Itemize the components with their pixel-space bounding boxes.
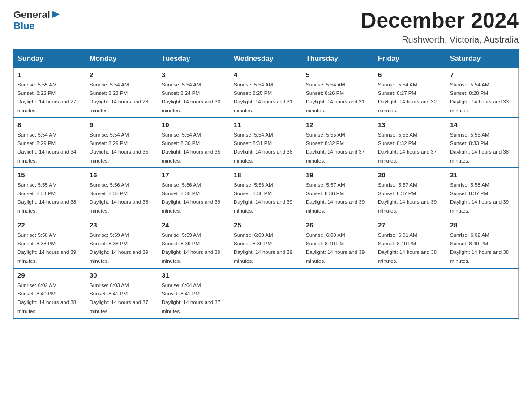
day-info: Sunrise: 5:55 AMSunset: 8:33 PMDaylight:… bbox=[450, 132, 509, 163]
day-info: Sunrise: 5:58 AMSunset: 8:38 PMDaylight:… bbox=[17, 232, 76, 264]
day-number: 8 bbox=[17, 121, 82, 128]
calendar-cell: 14 Sunrise: 5:55 AMSunset: 8:33 PMDaylig… bbox=[446, 118, 519, 168]
calendar-subtitle: Rushworth, Victoria, Australia bbox=[361, 34, 519, 45]
day-info: Sunrise: 5:54 AMSunset: 8:27 PMDaylight:… bbox=[378, 82, 437, 113]
day-number: 2 bbox=[90, 71, 154, 78]
calendar-cell: 5 Sunrise: 5:54 AMSunset: 8:26 PMDayligh… bbox=[302, 68, 374, 118]
day-info: Sunrise: 5:56 AMSunset: 8:36 PMDaylight:… bbox=[234, 182, 292, 214]
day-info: Sunrise: 5:54 AMSunset: 8:29 PMDaylight:… bbox=[17, 132, 76, 163]
day-info: Sunrise: 5:56 AMSunset: 8:35 PMDaylight:… bbox=[162, 182, 220, 214]
day-info: Sunrise: 6:02 AMSunset: 8:40 PMDaylight:… bbox=[450, 232, 509, 264]
day-info: Sunrise: 5:54 AMSunset: 8:30 PMDaylight:… bbox=[162, 132, 220, 163]
calendar-cell: 12 Sunrise: 5:55 AMSunset: 8:32 PMDaylig… bbox=[302, 118, 374, 168]
day-number: 22 bbox=[17, 221, 82, 229]
header-tuesday: Tuesday bbox=[158, 50, 230, 68]
day-info: Sunrise: 6:04 AMSunset: 8:41 PMDaylight:… bbox=[162, 283, 220, 314]
header-wednesday: Wednesday bbox=[230, 50, 302, 68]
day-number: 11 bbox=[234, 121, 298, 128]
day-number: 21 bbox=[450, 171, 515, 179]
calendar-cell: 28 Sunrise: 6:02 AMSunset: 8:40 PMDaylig… bbox=[446, 218, 519, 268]
calendar-cell: 13 Sunrise: 5:55 AMSunset: 8:32 PMDaylig… bbox=[374, 118, 446, 168]
day-number: 14 bbox=[450, 121, 515, 128]
calendar-cell: 31 Sunrise: 6:04 AMSunset: 8:41 PMDaylig… bbox=[158, 268, 230, 318]
week-row-4: 22 Sunrise: 5:58 AMSunset: 8:38 PMDaylig… bbox=[14, 218, 519, 268]
calendar-cell: 8 Sunrise: 5:54 AMSunset: 8:29 PMDayligh… bbox=[14, 118, 86, 168]
day-info: Sunrise: 6:00 AMSunset: 8:40 PMDaylight:… bbox=[306, 232, 365, 264]
calendar-cell: 2 Sunrise: 5:54 AMSunset: 8:23 PMDayligh… bbox=[86, 68, 158, 118]
calendar-cell: 20 Sunrise: 5:57 AMSunset: 8:37 PMDaylig… bbox=[374, 168, 446, 218]
day-info: Sunrise: 5:54 AMSunset: 8:25 PMDaylight:… bbox=[234, 82, 292, 113]
logo-general-text: General bbox=[13, 9, 50, 20]
calendar-cell: 29 Sunrise: 6:02 AMSunset: 8:40 PMDaylig… bbox=[14, 268, 86, 318]
day-info: Sunrise: 5:58 AMSunset: 8:37 PMDaylight:… bbox=[450, 182, 509, 214]
day-info: Sunrise: 5:54 AMSunset: 8:31 PMDaylight:… bbox=[234, 132, 292, 163]
week-row-5: 29 Sunrise: 6:02 AMSunset: 8:40 PMDaylig… bbox=[14, 268, 519, 318]
day-number: 27 bbox=[378, 221, 442, 229]
calendar-cell: 19 Sunrise: 5:57 AMSunset: 8:36 PMDaylig… bbox=[302, 168, 374, 218]
logo-arrow-icon bbox=[51, 10, 60, 19]
calendar-cell: 4 Sunrise: 5:54 AMSunset: 8:25 PMDayligh… bbox=[230, 68, 302, 118]
day-number: 13 bbox=[378, 121, 442, 128]
calendar-header-row: SundayMondayTuesdayWednesdayThursdayFrid… bbox=[14, 50, 519, 68]
day-number: 5 bbox=[306, 71, 370, 78]
calendar-title: December 2024 bbox=[361, 9, 519, 33]
calendar-cell: 22 Sunrise: 5:58 AMSunset: 8:38 PMDaylig… bbox=[14, 218, 86, 268]
header: General Blue December 2024 Rushworth, Vi… bbox=[13, 9, 519, 45]
calendar-cell bbox=[374, 268, 446, 318]
day-info: Sunrise: 5:54 AMSunset: 8:26 PMDaylight:… bbox=[306, 82, 365, 113]
day-number: 9 bbox=[90, 121, 154, 128]
day-info: Sunrise: 5:55 AMSunset: 8:32 PMDaylight:… bbox=[306, 132, 365, 163]
day-number: 15 bbox=[17, 171, 82, 179]
calendar-cell: 25 Sunrise: 6:00 AMSunset: 8:39 PMDaylig… bbox=[230, 218, 302, 268]
header-saturday: Saturday bbox=[446, 50, 519, 68]
calendar-cell: 23 Sunrise: 5:59 AMSunset: 8:38 PMDaylig… bbox=[86, 218, 158, 268]
day-number: 18 bbox=[234, 171, 298, 179]
week-row-3: 15 Sunrise: 5:55 AMSunset: 8:34 PMDaylig… bbox=[14, 168, 519, 218]
calendar-cell bbox=[230, 268, 302, 318]
day-number: 20 bbox=[378, 171, 442, 179]
week-row-1: 1 Sunrise: 5:55 AMSunset: 8:22 PMDayligh… bbox=[14, 68, 519, 118]
week-row-2: 8 Sunrise: 5:54 AMSunset: 8:29 PMDayligh… bbox=[14, 118, 519, 168]
day-info: Sunrise: 5:54 AMSunset: 8:23 PMDaylight:… bbox=[90, 82, 148, 113]
day-number: 31 bbox=[162, 271, 226, 279]
day-info: Sunrise: 5:55 AMSunset: 8:34 PMDaylight:… bbox=[17, 182, 76, 214]
header-sunday: Sunday bbox=[14, 50, 86, 68]
day-info: Sunrise: 5:56 AMSunset: 8:35 PMDaylight:… bbox=[90, 182, 148, 214]
day-number: 23 bbox=[90, 221, 154, 229]
day-info: Sunrise: 5:55 AMSunset: 8:22 PMDaylight:… bbox=[17, 82, 76, 113]
calendar-cell: 27 Sunrise: 6:01 AMSunset: 8:40 PMDaylig… bbox=[374, 218, 446, 268]
calendar-cell bbox=[302, 268, 374, 318]
calendar-cell: 17 Sunrise: 5:56 AMSunset: 8:35 PMDaylig… bbox=[158, 168, 230, 218]
day-info: Sunrise: 5:54 AMSunset: 8:24 PMDaylight:… bbox=[162, 82, 220, 113]
calendar-cell: 16 Sunrise: 5:56 AMSunset: 8:35 PMDaylig… bbox=[86, 168, 158, 218]
day-number: 7 bbox=[450, 71, 515, 78]
day-info: Sunrise: 5:59 AMSunset: 8:39 PMDaylight:… bbox=[162, 232, 220, 264]
day-number: 12 bbox=[306, 121, 370, 128]
day-info: Sunrise: 5:54 AMSunset: 8:29 PMDaylight:… bbox=[90, 132, 148, 163]
day-info: Sunrise: 5:55 AMSunset: 8:32 PMDaylight:… bbox=[378, 132, 437, 163]
day-number: 17 bbox=[162, 171, 226, 179]
svg-marker-0 bbox=[52, 11, 60, 18]
day-info: Sunrise: 6:00 AMSunset: 8:39 PMDaylight:… bbox=[234, 232, 292, 264]
day-number: 25 bbox=[234, 221, 298, 229]
header-monday: Monday bbox=[86, 50, 158, 68]
calendar-cell: 30 Sunrise: 6:03 AMSunset: 8:41 PMDaylig… bbox=[86, 268, 158, 318]
day-number: 10 bbox=[162, 121, 226, 128]
calendar-cell: 18 Sunrise: 5:56 AMSunset: 8:36 PMDaylig… bbox=[230, 168, 302, 218]
day-number: 4 bbox=[234, 71, 298, 78]
calendar-cell: 6 Sunrise: 5:54 AMSunset: 8:27 PMDayligh… bbox=[374, 68, 446, 118]
day-number: 19 bbox=[306, 171, 370, 179]
day-info: Sunrise: 6:03 AMSunset: 8:41 PMDaylight:… bbox=[90, 283, 148, 314]
calendar-cell: 3 Sunrise: 5:54 AMSunset: 8:24 PMDayligh… bbox=[158, 68, 230, 118]
calendar-cell: 7 Sunrise: 5:54 AMSunset: 8:28 PMDayligh… bbox=[446, 68, 519, 118]
header-thursday: Thursday bbox=[302, 50, 374, 68]
day-number: 1 bbox=[17, 71, 82, 78]
day-info: Sunrise: 5:59 AMSunset: 8:38 PMDaylight:… bbox=[90, 232, 148, 264]
day-number: 6 bbox=[378, 71, 442, 78]
calendar-cell: 1 Sunrise: 5:55 AMSunset: 8:22 PMDayligh… bbox=[14, 68, 86, 118]
day-info: Sunrise: 6:01 AMSunset: 8:40 PMDaylight:… bbox=[378, 232, 437, 264]
title-area: December 2024 Rushworth, Victoria, Austr… bbox=[361, 9, 519, 45]
day-number: 3 bbox=[162, 71, 226, 78]
day-info: Sunrise: 5:57 AMSunset: 8:37 PMDaylight:… bbox=[378, 182, 437, 214]
calendar-cell: 15 Sunrise: 5:55 AMSunset: 8:34 PMDaylig… bbox=[14, 168, 86, 218]
